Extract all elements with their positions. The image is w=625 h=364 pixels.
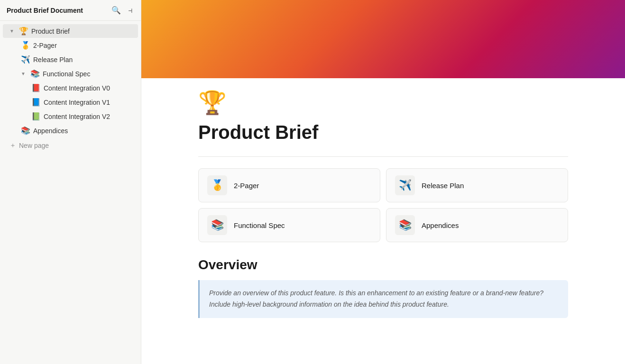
- card-release-plan[interactable]: ✈️ Release Plan: [386, 168, 568, 202]
- card-2pager-label: 2-Pager: [234, 182, 259, 190]
- card-2pager-icon: 🥇: [211, 179, 224, 191]
- sidebar-item-label: Appendices: [33, 127, 131, 135]
- card-appendices-icon-wrap: 📚: [395, 215, 415, 235]
- card-release-plan-label: Release Plan: [422, 182, 464, 190]
- card-appendices-label: Appendices: [422, 221, 459, 229]
- sidebar-item-label: Functional Spec: [43, 70, 131, 78]
- card-appendices-icon: 📚: [399, 219, 412, 231]
- sidebar-item-appendices[interactable]: 📚 Appendices: [3, 124, 138, 137]
- overview-title: Overview: [198, 257, 568, 273]
- sidebar-title: Product Brief Document: [7, 7, 83, 14]
- sidebar-item-label: Content Integration V0: [44, 84, 131, 92]
- sidebar-header-icons: 🔍 ⊣: [110, 5, 134, 16]
- toggle-arrow-product-brief: ▼: [9, 28, 15, 34]
- sidebar-item-content-integration-v0[interactable]: 📕 Content Integration V0: [3, 81, 138, 95]
- search-button[interactable]: 🔍: [110, 5, 123, 16]
- overview-text: Provide an overview of this product feat…: [209, 288, 559, 310]
- blue-book-icon: 📘: [31, 98, 41, 107]
- sidebar-item-2pager[interactable]: 🥇 2-Pager: [3, 38, 138, 52]
- sidebar-item-label: Release Plan: [33, 56, 131, 64]
- toggle-arrow-functional-spec: ▼: [21, 71, 27, 76]
- hero-banner: [141, 0, 625, 78]
- card-2pager-icon-wrap: 🥇: [207, 175, 227, 195]
- sidebar-item-label: 2-Pager: [33, 42, 131, 49]
- red-book-icon: 📕: [31, 83, 41, 92]
- page-trophy-icon: 🏆: [198, 90, 568, 116]
- sidebar-item-label: Content Integration V2: [44, 113, 131, 120]
- overview-block: Provide an overview of this product feat…: [198, 280, 568, 318]
- books-appendices-icon: 📚: [21, 126, 30, 135]
- divider: [198, 156, 568, 157]
- card-functional-spec-icon-wrap: 📚: [207, 215, 227, 235]
- search-icon: 🔍: [111, 6, 121, 14]
- card-functional-spec[interactable]: 📚 Functional Spec: [198, 208, 380, 242]
- card-functional-spec-label: Functional Spec: [234, 221, 285, 229]
- green-book-icon: 📗: [31, 112, 41, 121]
- sidebar-item-release-plan[interactable]: ✈️ Release Plan: [3, 53, 138, 66]
- sidebar-item-label: Content Integration V1: [44, 99, 131, 106]
- card-functional-spec-icon: 📚: [211, 219, 224, 231]
- sidebar-nav: ▼ 🏆 Product Brief 🥇 2-Pager ✈️ Release P…: [0, 21, 141, 364]
- books-icon: 📚: [30, 69, 40, 78]
- card-appendices[interactable]: 📚 Appendices: [386, 208, 568, 242]
- card-release-plan-icon-wrap: ✈️: [395, 175, 415, 195]
- content-area: 🏆 Product Brief 🥇 2-Pager ✈️ Release Pla…: [170, 90, 597, 346]
- sidebar-item-product-brief[interactable]: ▼ 🏆 Product Brief: [3, 24, 138, 38]
- collapse-icon: ⊣: [129, 7, 132, 14]
- sidebar-item-content-integration-v2[interactable]: 📗 Content Integration V2: [3, 109, 138, 123]
- plus-icon: ＋: [9, 141, 16, 150]
- card-2pager[interactable]: 🥇 2-Pager: [198, 168, 380, 202]
- airplane-icon: ✈️: [21, 55, 30, 64]
- sidebar-header: Product Brief Document 🔍 ⊣: [0, 0, 141, 21]
- collapse-sidebar-button[interactable]: ⊣: [127, 5, 134, 16]
- new-page-button[interactable]: ＋ New page: [3, 138, 138, 153]
- sidebar-item-label: Product Brief: [31, 27, 131, 35]
- medal-icon: 🥇: [21, 41, 30, 50]
- main-content: 🏆 Product Brief 🥇 2-Pager ✈️ Release Pla…: [141, 0, 625, 364]
- cards-grid: 🥇 2-Pager ✈️ Release Plan 📚 Functional S…: [198, 168, 568, 242]
- sidebar-item-functional-spec[interactable]: ▼ 📚 Functional Spec: [3, 67, 138, 81]
- sidebar-item-content-integration-v1[interactable]: 📘 Content Integration V1: [3, 95, 138, 109]
- page-title: Product Brief: [198, 122, 568, 143]
- new-page-label: New page: [19, 142, 49, 149]
- card-release-plan-icon: ✈️: [399, 179, 412, 191]
- trophy-icon: 🏆: [19, 27, 28, 36]
- sidebar: Product Brief Document 🔍 ⊣ ▼ 🏆 Product B…: [0, 0, 141, 364]
